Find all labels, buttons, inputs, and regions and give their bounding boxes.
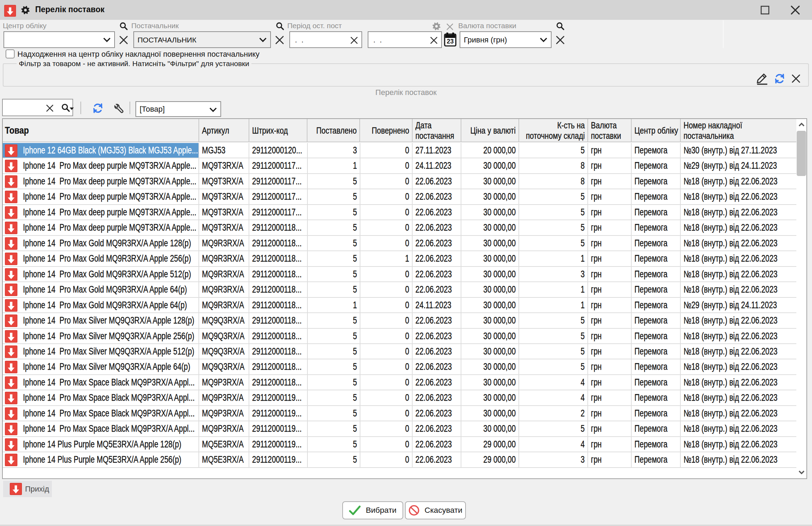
svg-text:23: 23 [447,38,454,45]
